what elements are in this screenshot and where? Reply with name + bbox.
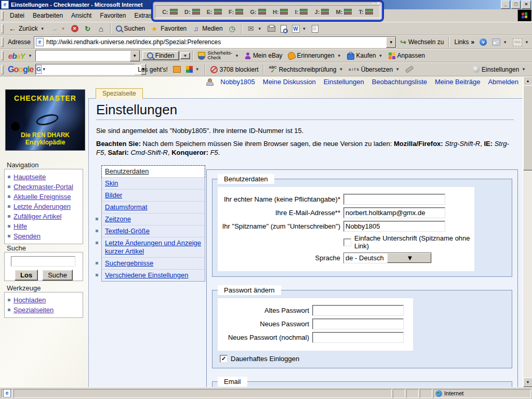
reminders-dropdown-icon[interactable]: ▼ <box>337 54 342 58</box>
menu-datei[interactable]: Datei <box>6 10 29 21</box>
media-button[interactable]: ♫Medien <box>189 23 225 34</box>
personal-talk-link[interactable]: Meine Diskussion <box>263 78 316 86</box>
preftoc-item-suchergebnisse[interactable]: Suchergebnisse <box>102 257 205 269</box>
drive-item[interactable]: E: <box>207 9 222 15</box>
security-dropdown-icon[interactable]: ▼ <box>234 54 240 58</box>
remember-login-checkbox[interactable]: ✓ <box>220 355 228 363</box>
ebay-buy-button[interactable]: Kaufen▼ <box>344 51 386 61</box>
sidebar-item-letzte-aenderungen[interactable]: Letzte Änderungen <box>7 202 81 211</box>
toolbar-grip[interactable] <box>1 37 4 47</box>
personal-logout-link[interactable]: Abmelden <box>488 78 518 86</box>
language-dropdown-button[interactable]: ▼ <box>387 253 431 263</box>
refresh-button[interactable]: ↻ <box>81 23 95 34</box>
ebay-security-check-button[interactable]: Sicherheits-Check ▼ <box>195 50 242 61</box>
close-button[interactable]: × <box>522 1 531 9</box>
print-preview-button[interactable] <box>278 24 289 34</box>
my-ebay-button[interactable]: Mein eBay <box>242 51 285 60</box>
ebay-find-dropdown-button[interactable]: ▼ <box>180 52 191 59</box>
google-sitesearch-button[interactable] <box>170 65 183 74</box>
sidebar-item-spenden[interactable]: Spenden <box>7 231 81 241</box>
preftoc-item-letzte-aenderungen[interactable]: Letzte Änderungen und Anzeige kurzer Art… <box>102 237 205 257</box>
menu-favoriten[interactable]: Favoriten <box>96 10 130 21</box>
links-button[interactable]: Links» <box>451 37 477 47</box>
site-logo[interactable]: CHECKMASTER Die REN DHARK Enzyklopädie <box>5 89 85 151</box>
buy-dropdown-icon[interactable]: ▼ <box>378 54 383 58</box>
preftoc-item-skin[interactable]: Skin <box>102 177 205 189</box>
google-go-button[interactable]: Los geht's! <box>135 65 170 74</box>
language-select[interactable]: de - Deutsch ▼ <box>343 252 432 263</box>
preftoc-item-bilder[interactable]: Bilder <box>102 189 205 201</box>
drive-item[interactable]: G: <box>250 9 265 15</box>
menu-bearbeiten[interactable]: Bearbeiten <box>29 10 67 21</box>
personal-preferences-link[interactable]: Einstellungen <box>324 78 364 86</box>
preftoc-item-datumsformat[interactable]: Datumsformat <box>102 201 205 213</box>
preftoc-item-verschiedene[interactable]: Verschiedene Einstellungen <box>102 269 205 281</box>
sidebar-item-hochladen[interactable]: Hochladen <box>7 295 81 305</box>
google-search-input[interactable] <box>47 65 141 74</box>
home-button[interactable]: ⌂ <box>95 23 108 34</box>
scroll-down-button[interactable]: ▼ <box>523 378 532 387</box>
preftoc-item-textfeld-groesse[interactable]: Textfeld-Größe <box>102 225 205 237</box>
realname-field[interactable] <box>343 194 445 205</box>
drive-item[interactable]: I: <box>295 9 308 15</box>
sidebar-item-spezialseiten[interactable]: Spezialseiten <box>7 305 81 315</box>
sidebar-item-checkmaster-portal[interactable]: Checkmaster-Portal <box>7 182 81 192</box>
go-button[interactable]: ↪Wechseln zu <box>397 37 446 47</box>
fulltext-search-button[interactable]: Suche <box>42 270 73 281</box>
search-button[interactable]: Suchen <box>113 24 148 33</box>
toolbar-grip[interactable] <box>1 11 4 20</box>
spellcheck-dropdown-icon[interactable]: ▼ <box>338 67 343 72</box>
forward-button[interactable]: →▼ <box>48 23 69 34</box>
wiki-search-input[interactable] <box>11 256 75 267</box>
personal-watchlist-link[interactable]: Beobachtungsliste <box>372 78 427 86</box>
ebay-customize-button[interactable]: Anpassen <box>386 51 428 60</box>
drive-item[interactable]: F: <box>229 9 243 15</box>
tag-button[interactable]: TAG▼ <box>510 37 532 47</box>
tag-dropdown-icon[interactable]: ▼ <box>524 40 529 45</box>
preftoc-item-benutzerdaten[interactable]: Benutzerdaten <box>102 166 205 177</box>
spellcheck-button[interactable]: ABC✓Rechtschreibprüfung▼ <box>266 64 346 74</box>
restore-button[interactable]: □ <box>511 1 521 9</box>
nickname-field[interactable] <box>343 221 445 232</box>
sidebar-item-hauptseite[interactable]: Hauptseite <box>7 172 81 182</box>
ebay-find-button[interactable]: Finden <box>142 51 179 60</box>
preftoc-item-zeitzone[interactable]: Zeitzone <box>102 213 205 225</box>
old-password-field[interactable] <box>312 305 404 316</box>
personal-contributions-link[interactable]: Meine Beiträge <box>435 78 480 86</box>
vertical-scrollbar[interactable]: ▲ ▼ <box>523 76 532 387</box>
settings-dropdown-icon[interactable]: ▼ <box>521 67 526 72</box>
stop-button[interactable]: ✕ <box>69 24 81 33</box>
sidebar-item-hilfe[interactable]: Hilfe <box>7 221 81 231</box>
favorites-button[interactable]: ★Favoriten <box>148 23 189 34</box>
tab-spezialseite[interactable]: Spezialseite <box>96 88 143 99</box>
ebay-search-dropdown-button[interactable]: ▼ <box>130 50 140 61</box>
feed-dropdown-icon[interactable]: ▼ <box>502 40 508 45</box>
feed-button[interactable]: ▼ <box>489 37 510 47</box>
word-dropdown-icon[interactable]: ▼ <box>302 26 307 31</box>
ebay-search-input[interactable] <box>36 51 130 60</box>
discuss-button[interactable] <box>309 24 321 34</box>
menu-ansicht[interactable]: Ansicht <box>67 10 96 21</box>
back-button[interactable]: ←Zurück▼ <box>6 23 48 34</box>
bookmarks-dropdown-icon[interactable]: ▼ <box>195 67 200 72</box>
print-button[interactable] <box>265 25 278 33</box>
address-input[interactable] <box>45 37 386 47</box>
scrollbar-thumb[interactable] <box>523 85 532 170</box>
bloglines-button[interactable]: v <box>477 37 489 47</box>
address-dropdown-button[interactable]: ▼ <box>386 37 396 48</box>
translate-button[interactable]: a í 7 äÜbersetzen▼ <box>346 65 403 74</box>
ebay-dropdown-icon[interactable]: ▼ <box>28 54 33 58</box>
back-dropdown-icon[interactable]: ▼ <box>40 26 45 31</box>
highlighter-button[interactable] <box>403 66 416 72</box>
drive-item[interactable]: T: <box>359 9 373 15</box>
drive-item[interactable]: C: <box>162 9 178 15</box>
scroll-up-button[interactable]: ▲ <box>523 76 532 86</box>
ebay-reminders-button[interactable]: Erinnerungen▼ <box>285 51 344 60</box>
go-search-button[interactable]: Los <box>15 270 38 281</box>
personal-user-link[interactable]: Nobby1805 <box>220 78 255 86</box>
mail-button[interactable]: ✉▼ <box>244 23 265 34</box>
minimize-button[interactable]: _ <box>501 1 510 9</box>
google-bookmarks-button[interactable]: ▼ <box>183 65 203 74</box>
mail-dropdown-icon[interactable]: ▼ <box>257 26 262 31</box>
ebay-logo-button[interactable]: ebaY ▼ <box>6 50 35 61</box>
